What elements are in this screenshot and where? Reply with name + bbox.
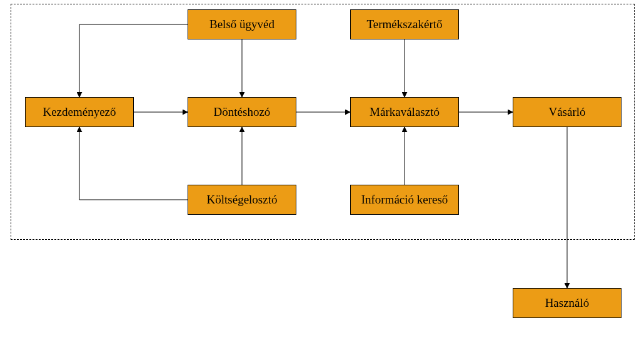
- node-termekszakerto: Termékszakértő: [350, 9, 459, 39]
- node-label: Költségelosztó: [207, 193, 278, 207]
- node-kezdemenyezo: Kezdeményező: [25, 97, 134, 127]
- node-belso-ugyved: Belső ügyvéd: [188, 9, 296, 39]
- node-vasarlo: Vásárló: [513, 97, 621, 127]
- node-label: Vásárló: [548, 106, 585, 119]
- node-label: Használó: [545, 297, 590, 310]
- node-informacio-kereso: Információ kereső: [350, 185, 459, 215]
- node-koltsegeloszto: Költségelosztó: [188, 185, 296, 215]
- diagram-canvas: Belső ügyvéd Termékszakértő Kezdeményező…: [0, 0, 644, 340]
- node-donteshozo: Döntéshozó: [188, 97, 296, 127]
- node-hasznalo: Használó: [513, 288, 621, 318]
- node-label: Márkaválasztó: [370, 106, 440, 119]
- node-label: Belső ügyvéd: [209, 18, 274, 31]
- node-label: Kezdeményező: [43, 106, 116, 119]
- node-label: Termékszakértő: [366, 18, 442, 31]
- node-markavalaszto: Márkaválasztó: [350, 97, 459, 127]
- node-label: Információ kereső: [361, 193, 448, 207]
- node-label: Döntéshozó: [214, 106, 271, 119]
